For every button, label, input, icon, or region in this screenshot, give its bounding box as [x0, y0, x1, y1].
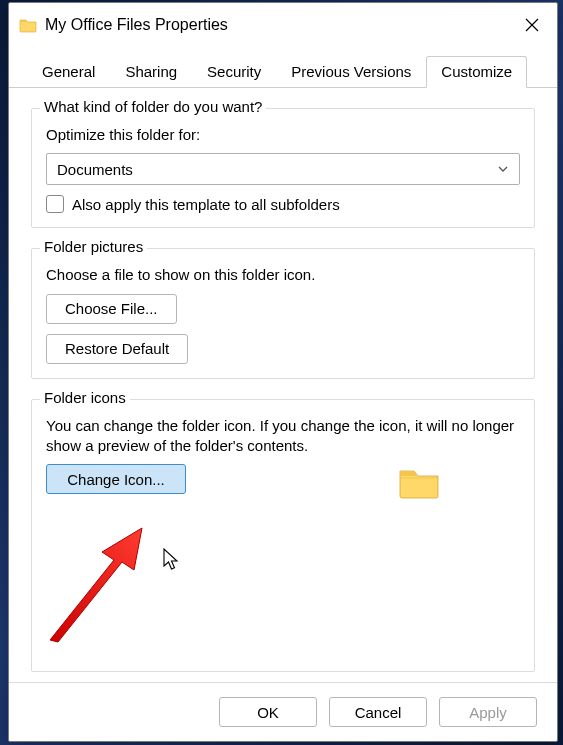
folder-icon: [19, 17, 37, 33]
apply-button[interactable]: Apply: [439, 697, 537, 727]
group-folder-kind-legend: What kind of folder do you want?: [40, 98, 266, 115]
close-button[interactable]: [509, 7, 555, 43]
ok-button[interactable]: OK: [219, 697, 317, 727]
group-folder-icons-legend: Folder icons: [40, 389, 130, 406]
properties-dialog: My Office Files Properties General Shari…: [8, 2, 558, 742]
choose-file-button[interactable]: Choose File...: [46, 294, 177, 324]
also-apply-label: Also apply this template to all subfolde…: [72, 196, 340, 213]
tab-security[interactable]: Security: [192, 56, 276, 88]
tab-general[interactable]: General: [27, 56, 110, 88]
folder-preview-icon: [398, 464, 440, 500]
optimize-label: Optimize this folder for:: [46, 125, 520, 145]
titlebar: My Office Files Properties: [9, 3, 557, 47]
also-apply-row[interactable]: Also apply this template to all subfolde…: [46, 195, 520, 213]
also-apply-checkbox[interactable]: [46, 195, 64, 213]
change-icon-button[interactable]: Change Icon...: [46, 464, 186, 494]
tab-bar: General Sharing Security Previous Versio…: [9, 47, 557, 88]
tab-customize[interactable]: Customize: [426, 56, 527, 88]
restore-default-button[interactable]: Restore Default: [46, 334, 188, 364]
folder-icons-help: You can change the folder icon. If you c…: [46, 416, 520, 457]
group-folder-pictures-legend: Folder pictures: [40, 238, 147, 255]
tab-sharing[interactable]: Sharing: [110, 56, 192, 88]
window-title: My Office Files Properties: [45, 16, 509, 34]
group-folder-icons: Folder icons You can change the folder i…: [31, 399, 535, 673]
group-folder-pictures: Folder pictures Choose a file to show on…: [31, 248, 535, 378]
dialog-footer: OK Cancel Apply: [9, 682, 557, 741]
group-folder-kind: What kind of folder do you want? Optimiz…: [31, 108, 535, 228]
optimize-select-value: Documents: [57, 161, 133, 178]
tab-content: What kind of folder do you want? Optimiz…: [9, 88, 557, 682]
folder-pictures-help: Choose a file to show on this folder ico…: [46, 265, 520, 285]
chevron-down-icon: [497, 163, 509, 175]
cancel-button[interactable]: Cancel: [329, 697, 427, 727]
optimize-select[interactable]: Documents: [46, 153, 520, 185]
tab-previous-versions[interactable]: Previous Versions: [276, 56, 426, 88]
